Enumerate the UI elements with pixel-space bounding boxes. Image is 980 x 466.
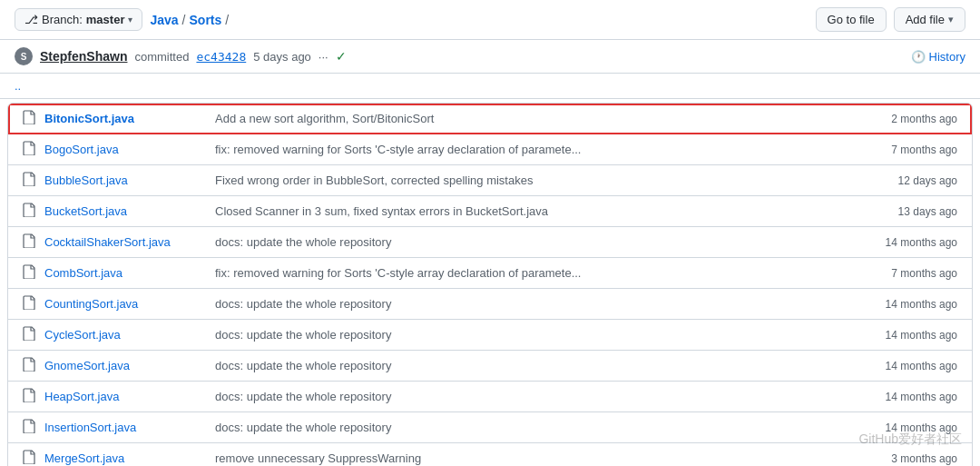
avatar: S — [15, 47, 33, 65]
file-icon — [23, 264, 37, 282]
file-name-link[interactable]: BucketSort.java — [44, 204, 208, 218]
table-row: BucketSort.javaClosed Scanner in 3 sum, … — [8, 196, 972, 227]
file-icon — [23, 450, 37, 466]
file-icon — [23, 233, 37, 251]
commit-hash[interactable]: ec43428 — [196, 50, 246, 64]
file-name-link[interactable]: BubbleSort.java — [44, 174, 208, 187]
file-name-link[interactable]: CountingSort.java — [44, 297, 208, 311]
commit-author[interactable]: StepfenShawn — [40, 49, 127, 64]
file-commit-message: fix: removed warning for Sorts 'C-style … — [215, 266, 841, 280]
file-time: 12 days ago — [848, 174, 957, 187]
file-commit-message: fix: removed warning for Sorts 'C-style … — [215, 143, 841, 156]
table-row: CountingSort.javadocs: update the whole … — [8, 289, 972, 320]
breadcrumb: Java / Sorts / — [150, 13, 229, 27]
table-row: MergeSort.javaremove unnecessary Suppres… — [8, 443, 972, 466]
file-name-link[interactable]: CycleSort.java — [44, 328, 208, 342]
table-row: InsertionSort.javadocs: update the whole… — [8, 412, 972, 443]
file-time: 14 months ago — [848, 391, 957, 403]
file-time: 14 months ago — [848, 236, 957, 249]
add-file-button[interactable]: Add file ▾ — [894, 7, 965, 32]
commit-right: 🕐 History — [911, 50, 965, 64]
table-row: BogoSort.javafix: removed warning for So… — [8, 134, 972, 165]
table-row: CycleSort.javadocs: update the whole rep… — [8, 320, 972, 351]
file-time: 7 months ago — [848, 267, 957, 280]
goto-file-label: Go to file — [828, 13, 875, 26]
file-icon — [23, 141, 37, 158]
file-name-link[interactable]: InsertionSort.java — [44, 421, 208, 434]
file-time: 7 months ago — [848, 144, 957, 156]
top-bar: ⎇ Branch: master ▾ Java / Sorts / Go to … — [0, 0, 980, 40]
commit-time: 5 days ago — [253, 50, 311, 64]
file-commit-message: Add a new sort algorithm, Sort/BitonicSo… — [215, 112, 841, 125]
branch-name: master — [86, 13, 125, 26]
file-icon — [23, 357, 37, 374]
file-name-link[interactable]: CombSort.java — [44, 266, 208, 280]
top-bar-left: ⎇ Branch: master ▾ Java / Sorts / — [15, 8, 229, 31]
parent-dir-row: .. — [0, 74, 980, 99]
goto-file-button[interactable]: Go to file — [816, 7, 887, 32]
history-label: History — [929, 50, 965, 64]
file-commit-message: docs: update the whole repository — [215, 328, 841, 342]
table-row: GnomeSort.javadocs: update the whole rep… — [8, 351, 972, 382]
branch-selector[interactable]: ⎇ Branch: master ▾ — [15, 8, 142, 31]
file-name-link[interactable]: MergeSort.java — [44, 451, 208, 465]
file-time: 14 months ago — [848, 360, 957, 372]
branch-label: Branch: — [42, 13, 83, 26]
file-icon — [23, 388, 37, 405]
file-list-container: BitonicSort.javaAdd a new sort algorithm… — [7, 103, 973, 466]
file-commit-message: docs: update the whole repository — [215, 421, 841, 434]
add-file-label: Add file — [906, 13, 945, 26]
table-row: BitonicSort.javaAdd a new sort algorithm… — [8, 104, 972, 134]
file-time: 3 months ago — [848, 452, 957, 465]
file-icon — [23, 419, 37, 436]
file-time: 13 days ago — [848, 205, 957, 218]
file-commit-message: Fixed wrong order in BubbleSort, correct… — [215, 174, 841, 187]
file-time: 14 months ago — [848, 421, 957, 434]
file-commit-message: docs: update the whole repository — [215, 235, 841, 249]
file-icon — [23, 110, 37, 127]
commit-action: committed — [134, 50, 189, 64]
check-icon: ✓ — [336, 49, 347, 64]
file-name-link[interactable]: GnomeSort.java — [44, 359, 208, 372]
file-name-link[interactable]: HeapSort.java — [44, 390, 208, 403]
file-time: 14 months ago — [848, 329, 957, 342]
branch-icon: ⎇ — [24, 13, 38, 26]
breadcrumb-java[interactable]: Java — [150, 13, 178, 27]
branch-chevron-icon: ▾ — [128, 15, 132, 25]
table-row: CombSort.javafix: removed warning for So… — [8, 258, 972, 289]
table-row: BubbleSort.javaFixed wrong order in Bubb… — [8, 165, 972, 196]
top-bar-right: Go to file Add file ▾ — [816, 7, 965, 32]
file-commit-message: remove unnecessary SuppressWarning — [215, 451, 841, 465]
commit-left: S StepfenShawn committed ec43428 5 days … — [15, 47, 347, 65]
file-name-link[interactable]: BogoSort.java — [44, 143, 208, 156]
table-row: HeapSort.javadocs: update the whole repo… — [8, 382, 972, 412]
add-file-chevron-icon: ▾ — [948, 14, 954, 25]
file-commit-message: docs: update the whole repository — [215, 390, 841, 403]
file-icon — [23, 326, 37, 343]
breadcrumb-sep-2: / — [225, 13, 229, 27]
breadcrumb-sep-1: / — [182, 13, 186, 27]
parent-dir-link[interactable]: .. — [15, 79, 21, 93]
commit-row: S StepfenShawn committed ec43428 5 days … — [0, 40, 980, 74]
file-commit-message: docs: update the whole repository — [215, 297, 841, 311]
file-icon — [23, 203, 37, 220]
file-name-link[interactable]: CocktailShakerSort.java — [44, 235, 208, 249]
file-icon — [23, 295, 37, 312]
history-button[interactable]: 🕐 History — [911, 50, 965, 64]
table-row: CocktailShakerSort.javadocs: update the … — [8, 227, 972, 258]
breadcrumb-sorts[interactable]: Sorts — [190, 13, 222, 27]
file-table: BitonicSort.javaAdd a new sort algorithm… — [7, 103, 973, 466]
file-commit-message: Closed Scanner in 3 sum, fixed syntax er… — [215, 204, 841, 218]
file-icon — [23, 172, 37, 189]
history-clock-icon: 🕐 — [911, 50, 926, 64]
file-time: 14 months ago — [848, 298, 957, 311]
file-commit-message: docs: update the whole repository — [215, 359, 841, 372]
commit-dots-button[interactable]: ··· — [318, 50, 328, 64]
file-name-link[interactable]: BitonicSort.java — [44, 112, 208, 125]
file-time: 2 months ago — [848, 113, 957, 125]
